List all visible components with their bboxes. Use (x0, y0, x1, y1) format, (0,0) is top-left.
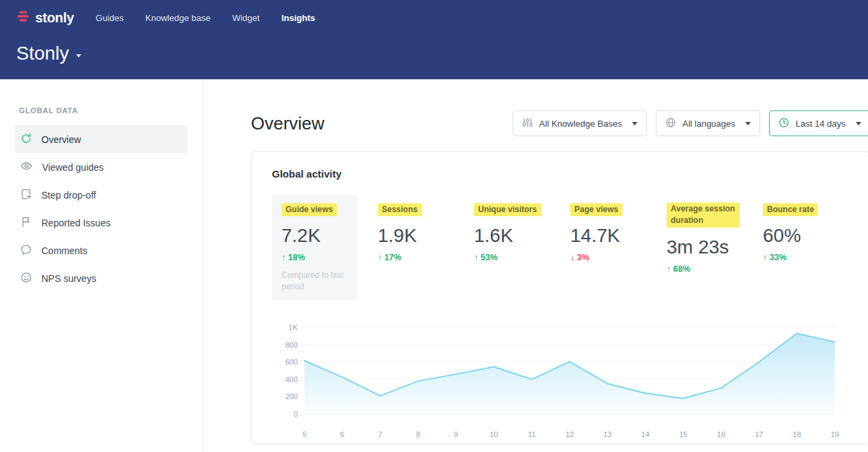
delta-value: 68% (673, 264, 690, 274)
brand-name: stonly (35, 10, 74, 26)
delta-value: 33% (770, 253, 787, 262)
sidebar-item-label: NPS surveys (41, 273, 96, 284)
clock-icon (778, 117, 789, 130)
metric-value: 14.7K (570, 225, 657, 247)
sidebar-item-viewed-guides[interactable]: Viewed guides (15, 153, 188, 181)
metric-delta: ↑ 33% (763, 253, 850, 262)
delta-value: 3% (577, 253, 589, 262)
metric-value: 60% (763, 225, 850, 247)
svg-text:0: 0 (294, 410, 298, 418)
arrow-up-icon: ↑ (763, 253, 767, 262)
sidebar-item-label: Comments (41, 245, 87, 256)
metric-guide-views[interactable]: Guide views 7.2K ↑ 18% Compared to last … (272, 194, 357, 300)
sidebar-item-label: Viewed guides (42, 162, 104, 173)
nav-item-guides[interactable]: Guides (96, 13, 123, 23)
sidebar-item-label: Overview (41, 134, 81, 145)
knowledge-bases-value: All Knowledge Bases (539, 119, 622, 129)
svg-text:17: 17 (755, 430, 763, 438)
knowledge-bases-dropdown[interactable]: All Knowledge Bases (513, 110, 647, 136)
metrics-row: Guide views 7.2K ↑ 18% Compared to last … (272, 194, 850, 300)
metric-delta: ↑ 53% (474, 253, 561, 262)
metric-delta: ↓ 3% (570, 253, 657, 262)
globe-icon (665, 117, 676, 130)
stonly-logo-icon (16, 9, 30, 26)
metric-label: Unique visitors (474, 203, 541, 216)
metric-average-session-duration[interactable]: Average session duration 3m 23s ↑ 68% (657, 194, 753, 282)
languages-value: All languages (682, 119, 735, 129)
sidebar-item-step-drop-off[interactable]: Step drop-off (15, 181, 188, 209)
svg-text:18: 18 (793, 430, 801, 438)
sliders-filter-icon (522, 117, 533, 130)
svg-text:14: 14 (642, 430, 650, 438)
comment-bubble-icon (20, 244, 32, 258)
arrow-up-icon: ↑ (667, 264, 671, 274)
svg-text:1K: 1K (289, 323, 298, 331)
arrow-up-icon: ↑ (281, 253, 285, 262)
arrow-up-icon: ↑ (378, 253, 382, 262)
metric-value: 1.9K (378, 225, 465, 247)
nav-item-widget[interactable]: Widget (232, 13, 259, 23)
filters-bar: All Knowledge Bases All languages Last 1… (513, 110, 868, 136)
comparison-note: Compared to last period (281, 270, 349, 291)
svg-text:400: 400 (285, 375, 298, 384)
metric-label: Sessions (378, 203, 422, 216)
sidebar-item-reported-issues[interactable]: Reported Issues (15, 209, 188, 237)
svg-text:15: 15 (679, 430, 687, 438)
metric-label: Page views (570, 203, 623, 216)
stonly-logo[interactable]: stonly (16, 9, 74, 26)
nav-item-insights[interactable]: Insights (281, 13, 315, 23)
document-exit-icon (20, 188, 32, 202)
global-activity-card: Global activity Guide views 7.2K ↑ 18% C… (251, 151, 868, 444)
sidebar-item-overview[interactable]: Overview (15, 125, 188, 153)
date-range-value: Last 14 days (795, 119, 846, 129)
languages-dropdown[interactable]: All languages (656, 110, 760, 136)
main-content: Overview All Knowledge Bases All languag… (203, 79, 868, 452)
top-navigation: stonly Guides Knowledge base Widget Insi… (16, 7, 852, 28)
metric-value: 1.6K (474, 225, 561, 247)
svg-text:8: 8 (416, 430, 420, 438)
sidebar-item-nps-surveys[interactable]: NPS surveys (15, 264, 188, 292)
sidebar: GLOBAL DATA Overview Viewed guides Step … (0, 79, 203, 452)
smiley-icon (20, 272, 32, 285)
card-title: Global activity (272, 168, 850, 180)
chevron-down-icon (632, 122, 637, 125)
metric-value: 7.2K (281, 225, 357, 247)
svg-text:200: 200 (285, 392, 298, 400)
metric-delta: ↑ 17% (378, 253, 465, 262)
date-range-dropdown[interactable]: Last 14 days (769, 110, 868, 136)
arrow-up-icon: ↑ (474, 253, 478, 262)
sidebar-item-label: Step drop-off (41, 190, 96, 201)
chart-container: 02004006008001K5678910111213141516171819 (272, 318, 850, 447)
svg-text:11: 11 (528, 430, 535, 438)
eye-icon (20, 160, 33, 174)
metric-value: 3m 23s (667, 237, 753, 258)
sidebar-section-label: GLOBAL DATA (19, 106, 203, 115)
metric-delta: ↑ 18% (281, 253, 357, 262)
metric-unique-visitors[interactable]: Unique visitors 1.6K ↑ 53% (465, 194, 561, 270)
sidebar-item-comments[interactable]: Comments (15, 237, 188, 264)
metric-sessions[interactable]: Sessions 1.9K ↑ 17% (368, 194, 465, 270)
page-title: Overview (251, 113, 324, 134)
metric-label: Bounce rate (763, 203, 818, 216)
nav-item-knowledge-base[interactable]: Knowledge base (145, 13, 210, 23)
svg-text:9: 9 (454, 430, 458, 438)
chevron-down-icon (745, 122, 751, 125)
metric-delta: ↑ 68% (667, 264, 753, 274)
svg-text:16: 16 (717, 430, 725, 438)
svg-text:7: 7 (378, 430, 382, 438)
chevron-down-icon (856, 122, 861, 125)
overview-refresh-icon (20, 133, 32, 146)
sidebar-item-label: Reported Issues (41, 218, 111, 228)
chevron-down-icon (76, 54, 81, 58)
metric-page-views[interactable]: Page views 14.7K ↓ 3% (561, 194, 657, 270)
svg-text:800: 800 (285, 340, 298, 348)
flag-icon (20, 216, 32, 230)
global-activity-chart: 02004006008001K5678910111213141516171819 (272, 318, 840, 447)
workspace-selector[interactable]: Stonly (16, 43, 852, 64)
metric-bounce-rate[interactable]: Bounce rate 60% ↑ 33% (753, 194, 850, 270)
workspace-title: Stonly (16, 43, 69, 64)
svg-text:19: 19 (831, 430, 839, 438)
delta-value: 53% (481, 253, 498, 262)
app-header: stonly Guides Knowledge base Widget Insi… (0, 0, 868, 79)
delta-value: 17% (384, 253, 401, 262)
